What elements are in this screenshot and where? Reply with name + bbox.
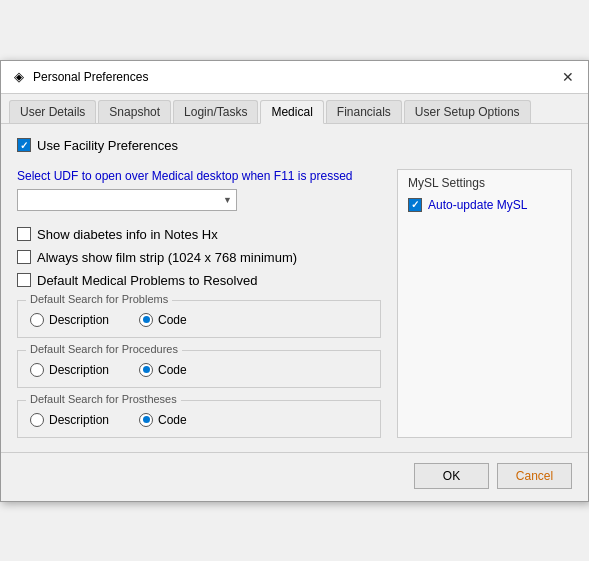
checkbox-medical-problems-row: Default Medical Problems to Resolved <box>17 273 381 288</box>
facility-pref-label: Use Facility Preferences <box>37 138 178 153</box>
tab-medical[interactable]: Medical <box>260 100 323 124</box>
tab-user-setup-options[interactable]: User Setup Options <box>404 100 531 123</box>
udf-label: Select UDF to open over Medical desktop … <box>17 169 381 183</box>
mysl-title: MySL Settings <box>408 176 561 190</box>
udf-dropdown-row: ▼ <box>17 189 381 211</box>
title-bar: ◈ Personal Preferences ✕ <box>1 61 588 94</box>
window-title: Personal Preferences <box>33 70 148 84</box>
filmstrip-checkbox[interactable] <box>17 250 31 264</box>
prostheses-code-row: Code <box>139 413 187 427</box>
mysl-settings-box: MySL Settings Auto-update MySL <box>397 169 572 438</box>
group-problems: Default Search for Problems Description … <box>17 300 381 338</box>
problems-desc-label: Description <box>49 313 109 327</box>
problems-code-row: Code <box>139 313 187 327</box>
checkbox-diabetes-row: Show diabetes info in Notes Hx <box>17 227 381 242</box>
problems-radio-group: Description Code <box>30 313 368 327</box>
ok-button[interactable]: OK <box>414 463 489 489</box>
mysl-auto-update-checkbox[interactable] <box>408 198 422 212</box>
problems-code-radio[interactable] <box>139 313 153 327</box>
prostheses-desc-radio[interactable] <box>30 413 44 427</box>
udf-dropdown[interactable]: ▼ <box>17 189 237 211</box>
footer: OK Cancel <box>1 452 588 501</box>
group-procedures: Default Search for Procedures Descriptio… <box>17 350 381 388</box>
prostheses-code-label: Code <box>158 413 187 427</box>
tab-financials[interactable]: Financials <box>326 100 402 123</box>
filmstrip-label: Always show film strip (1024 x 768 minim… <box>37 250 297 265</box>
tab-login-tasks[interactable]: Login/Tasks <box>173 100 258 123</box>
tab-user-details[interactable]: User Details <box>9 100 96 123</box>
procedures-code-radio[interactable] <box>139 363 153 377</box>
procedures-code-row: Code <box>139 363 187 377</box>
tab-bar: User Details Snapshot Login/Tasks Medica… <box>1 94 588 124</box>
prostheses-code-radio[interactable] <box>139 413 153 427</box>
medical-problems-checkbox[interactable] <box>17 273 31 287</box>
diabetes-label: Show diabetes info in Notes Hx <box>37 227 218 242</box>
title-bar-left: ◈ Personal Preferences <box>11 69 148 85</box>
diabetes-checkbox[interactable] <box>17 227 31 241</box>
mysl-auto-update-row: Auto-update MySL <box>408 198 561 212</box>
close-button[interactable]: ✕ <box>558 67 578 87</box>
facility-pref-checkbox[interactable] <box>17 138 31 152</box>
mysl-auto-update-label: Auto-update MySL <box>428 198 527 212</box>
dropdown-arrow-icon: ▼ <box>223 195 232 205</box>
procedures-radio-group: Description Code <box>30 363 368 377</box>
main-row: Select UDF to open over Medical desktop … <box>17 169 572 438</box>
procedures-code-label: Code <box>158 363 187 377</box>
left-column: Select UDF to open over Medical desktop … <box>17 169 381 438</box>
group-problems-title: Default Search for Problems <box>26 293 172 305</box>
group-prostheses-title: Default Search for Prostheses <box>26 393 181 405</box>
procedures-desc-row: Description <box>30 363 109 377</box>
procedures-desc-radio[interactable] <box>30 363 44 377</box>
group-prostheses: Default Search for Prostheses Descriptio… <box>17 400 381 438</box>
group-procedures-title: Default Search for Procedures <box>26 343 182 355</box>
procedures-desc-label: Description <box>49 363 109 377</box>
window: ◈ Personal Preferences ✕ User Details Sn… <box>0 60 589 502</box>
cancel-button[interactable]: Cancel <box>497 463 572 489</box>
problems-desc-row: Description <box>30 313 109 327</box>
medical-problems-label: Default Medical Problems to Resolved <box>37 273 257 288</box>
prostheses-desc-label: Description <box>49 413 109 427</box>
checkbox-filmstrip-row: Always show film strip (1024 x 768 minim… <box>17 250 381 265</box>
tab-snapshot[interactable]: Snapshot <box>98 100 171 123</box>
content-area: Use Facility Preferences Select UDF to o… <box>1 124 588 452</box>
facility-pref-row: Use Facility Preferences <box>17 138 572 153</box>
problems-desc-radio[interactable] <box>30 313 44 327</box>
window-icon: ◈ <box>11 69 27 85</box>
problems-code-label: Code <box>158 313 187 327</box>
prostheses-radio-group: Description Code <box>30 413 368 427</box>
prostheses-desc-row: Description <box>30 413 109 427</box>
